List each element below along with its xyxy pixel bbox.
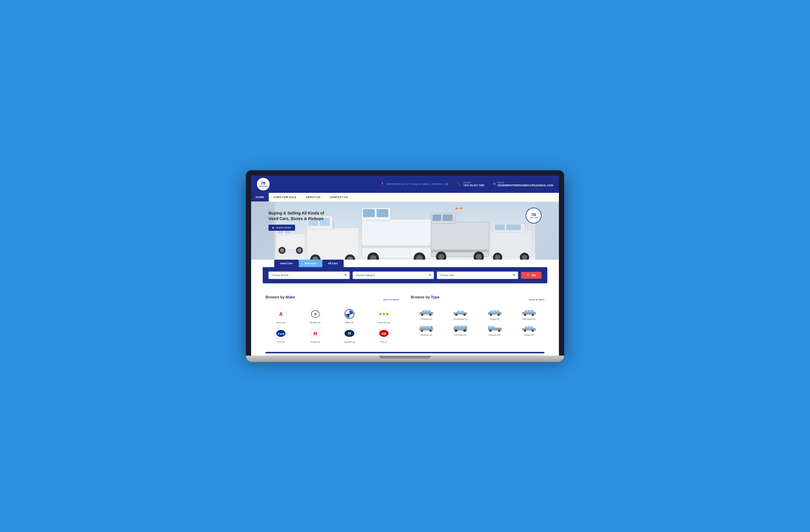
svg-rect-105: [526, 327, 529, 328]
coupe-name: Coupe (0): [490, 318, 500, 320]
sales-label: SALES :: [463, 181, 484, 184]
svg-text:H: H: [313, 331, 317, 336]
brand-select[interactable]: Choose Brands: [269, 271, 350, 279]
svg-rect-13: [333, 221, 334, 229]
bmw-name: BMW (0): [345, 321, 354, 324]
acura-logo: A: [275, 308, 287, 320]
top-info: 📍 SHOWROOM NO 417 SOUQ AL HARAJ, SHARJAH…: [380, 181, 553, 187]
svg-rect-100: [489, 326, 491, 328]
search-button[interactable]: 🔍 150: [521, 272, 541, 279]
hero-title: Buying & Selling All Kinds of Used Cars,…: [269, 211, 324, 222]
logo-text: 7B: [259, 181, 267, 185]
show-all-makes[interactable]: Show all Makes: [383, 298, 399, 301]
tab-used-cars[interactable]: Used Cars: [274, 260, 299, 267]
phone-icon: 📞: [457, 182, 461, 186]
browse-make-col: Browse by Make Show all Makes A Acura (0…: [265, 295, 399, 343]
browse-type-col: Browse by Type Show all Types: [411, 295, 545, 343]
svg-rect-41: [506, 225, 521, 230]
svg-rect-33: [460, 207, 462, 209]
type-item-minivan[interactable]: Minivan (4): [411, 324, 442, 336]
convertible-name: Convertible (0): [453, 318, 468, 320]
svg-point-8: [297, 248, 302, 252]
svg-rect-79: [526, 310, 528, 312]
minivan-icon: [418, 324, 435, 333]
minivan-name: Minivan (4): [421, 334, 432, 336]
svg-rect-95: [462, 326, 465, 327]
nav-item-home[interactable]: HOME: [251, 193, 269, 201]
laptop-screen: 7B USED CARS 📍 SHOWROOM NO 417 SOUQ AL H…: [246, 170, 564, 356]
svg-rect-1: [276, 234, 305, 250]
svg-rect-70: [458, 311, 462, 313]
type-item-convertible[interactable]: Convertible (0): [445, 308, 476, 320]
svg-rect-81: [532, 310, 534, 312]
hero-logo-text: 7B: [530, 213, 538, 217]
type-item-sedan[interactable]: Sedan (0): [514, 324, 545, 336]
svg-rect-66: [427, 310, 429, 312]
honda-name: Honda (0): [310, 340, 320, 343]
brand-item-bmw[interactable]: BMW BMW (0): [334, 308, 365, 324]
browse-make-title: Browse by Make: [265, 295, 295, 299]
year-select[interactable]: Choose Year: [437, 271, 518, 279]
nav-item-about[interactable]: ABOUT US: [301, 193, 325, 201]
type-item-pickup[interactable]: Pickups (60): [479, 324, 510, 336]
bentley-name: Bentley (0): [310, 321, 321, 324]
address-info: 📍 SHOWROOM NO 417 SOUQ AL HARAJ, SHARJAH…: [380, 182, 449, 186]
brand-item-ford[interactable]: Ford Ford (2): [265, 327, 296, 343]
category-select[interactable]: Choose Category: [353, 271, 434, 279]
nav-item-contact[interactable]: CONTACT US: [325, 193, 353, 201]
kia-name: Kia (1): [381, 340, 387, 343]
svg-rect-94: [458, 326, 461, 327]
email-icon: ✉: [493, 182, 496, 186]
type-item-hatchback[interactable]: Hatchback (1): [514, 308, 545, 320]
svg-rect-87: [424, 326, 427, 328]
email-info: ✉ EMAIL : SEVENBROTHERSUSEDCARS@GMAIL.CO…: [493, 181, 553, 187]
brand-item-bentley[interactable]: 𝔅 Bentley (0): [300, 308, 331, 324]
svg-text:H: H: [348, 331, 351, 336]
compact-icon: [418, 308, 435, 317]
svg-rect-21: [377, 209, 388, 217]
sedan-icon: [520, 324, 538, 333]
svg-rect-75: [495, 311, 498, 312]
brand-item-acura[interactable]: A Acura (0): [265, 308, 296, 324]
bentley-logo: 𝔅: [309, 308, 321, 320]
type-item-offroad[interactable]: Off-Road (1): [445, 324, 476, 336]
type-item-compact[interactable]: Compact (0): [411, 308, 442, 320]
svg-rect-29: [433, 215, 441, 221]
site-logo: 7B USED CARS: [257, 178, 270, 190]
svg-text:A: A: [279, 312, 282, 317]
hero-logo-subtitle: USED CARS: [530, 217, 538, 219]
type-item-coupe[interactable]: Coupe (0): [479, 308, 510, 320]
compact-name: Compact (0): [420, 318, 432, 320]
show-all-types[interactable]: Show all Types: [529, 298, 545, 301]
svg-rect-20: [363, 209, 375, 217]
pickup-icon: [486, 324, 503, 333]
svg-text:BMW: BMW: [348, 313, 352, 315]
svg-rect-55: [379, 314, 388, 314]
svg-rect-80: [529, 310, 531, 312]
screen-inner: 7B USED CARS 📍 SHOWROOM NO 417 SOUQ AL H…: [251, 176, 559, 356]
hatchback-name: Hatchback (1): [522, 318, 536, 320]
svg-rect-101: [491, 326, 493, 328]
search-bar: Choose Brands Choose Category Choose Yea…: [263, 267, 547, 283]
offroad-name: Off-Road (1): [454, 334, 467, 336]
learn-more-button[interactable]: ▶ LEARN MORE: [269, 225, 295, 231]
tab-new-cars[interactable]: New Cars: [299, 260, 322, 267]
hero-text: Buying & Selling All Kinds of Used Cars,…: [269, 211, 324, 231]
browse-type-title: Browse by Type: [411, 295, 439, 299]
nav-item-cars[interactable]: CARS FOR SALE: [269, 193, 301, 201]
bmw-logo: BMW: [343, 308, 356, 320]
search-section: Used Cars New Cars All Cars Choose Brand…: [251, 260, 559, 289]
brand-item-chevrolet[interactable]: Chevrolet (0): [369, 308, 400, 324]
brand-item-kia[interactable]: KIA Kia (1): [369, 327, 400, 343]
search-icon: 🔍: [527, 274, 530, 277]
chevrolet-logo: [378, 308, 390, 320]
tab-all-cars[interactable]: All Cars: [322, 260, 344, 267]
address-label: SHOWROOM NO 417 SOUQ AL HARAJ, SHARJAH, …: [386, 183, 449, 185]
location-icon: 📍: [380, 182, 385, 186]
brand-item-honda[interactable]: H Honda (0): [300, 327, 331, 343]
email-value: SEVENBROTHERSUSEDCARS@GMAIL.COM: [497, 184, 553, 187]
svg-rect-40: [495, 225, 505, 230]
bottom-spacer: [251, 353, 559, 356]
play-icon: ▶: [273, 227, 274, 229]
brand-item-hyundai[interactable]: H Hyundai (6): [334, 327, 365, 343]
